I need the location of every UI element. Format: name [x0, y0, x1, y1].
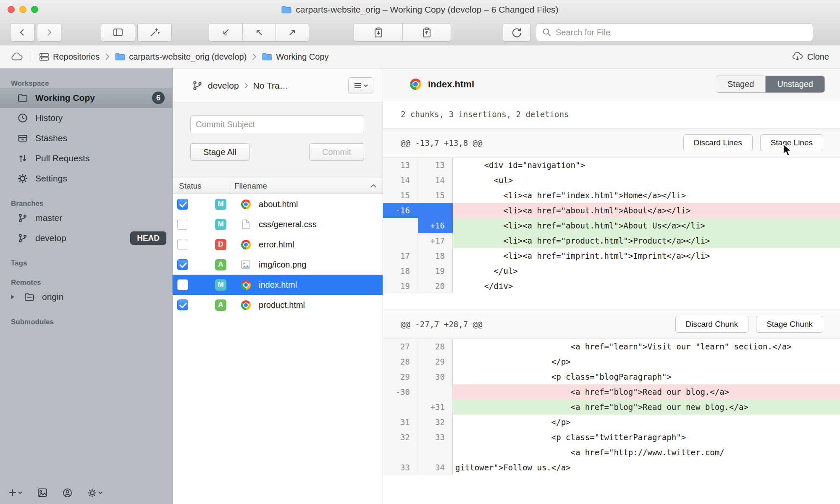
diff-line[interactable]: 1313 <div id="navigation">	[383, 158, 840, 173]
file-checkbox[interactable]	[177, 279, 188, 290]
file-search-field[interactable]	[536, 24, 813, 41]
stash-apply-button[interactable]	[402, 24, 451, 41]
close-window-button[interactable]	[8, 6, 15, 13]
clone-button[interactable]: Clone	[792, 52, 829, 62]
diff-line-addition[interactable]: +17 <li><a href="product.html">Product</…	[383, 233, 840, 248]
stage-lines-button[interactable]: Stage Lines	[760, 134, 823, 151]
old-line-number[interactable]	[383, 445, 418, 460]
file-checkbox[interactable]	[177, 259, 188, 270]
staged-tab[interactable]: Staged	[716, 76, 766, 92]
new-line-number[interactable]: 34	[418, 460, 453, 475]
stash-save-button[interactable]	[354, 24, 402, 41]
new-line-number[interactable]: 15	[418, 188, 453, 203]
file-row[interactable]: M about.html	[173, 194, 383, 214]
file-row[interactable]: A product.html	[173, 295, 383, 315]
file-checkbox[interactable]	[177, 219, 188, 230]
refresh-button[interactable]	[503, 23, 530, 42]
new-line-number[interactable]: +16	[418, 218, 453, 233]
discard-chunk-button[interactable]: Discard Chunk	[675, 316, 749, 333]
panel-layout-button[interactable]	[101, 23, 135, 42]
new-line-number[interactable]: 28	[418, 339, 453, 354]
new-line-number[interactable]: 18	[418, 248, 453, 263]
new-line-number[interactable]: 30	[418, 369, 453, 384]
search-input[interactable]	[556, 28, 807, 37]
sidebar-item-remote-origin[interactable]: origin	[0, 287, 172, 307]
file-checkbox[interactable]	[177, 199, 188, 210]
old-line-number[interactable]: 29	[383, 369, 418, 384]
new-line-number[interactable]: +17	[418, 233, 453, 248]
file-checkbox[interactable]	[177, 299, 188, 310]
stage-chunk-button[interactable]: Stage Chunk	[756, 316, 823, 333]
file-checkbox[interactable]	[177, 239, 188, 250]
diff-line[interactable]: 2930 <p class="blogParagraph">	[383, 369, 840, 384]
old-line-number[interactable]: 17	[383, 248, 418, 263]
unstaged-tab[interactable]: Unstaged	[766, 76, 824, 92]
zoom-window-button[interactable]	[31, 6, 38, 13]
minimize-window-button[interactable]	[19, 6, 26, 13]
old-line-number[interactable]: 15	[383, 188, 418, 203]
file-row[interactable]: M css/general.css	[173, 214, 383, 234]
quicklook-image-button[interactable]	[37, 488, 47, 497]
diff-line-addition-selected[interactable]: +16 <li><a href="about.html">About Us</a…	[383, 218, 840, 233]
diff-line[interactable]: 1718 <li><a href="imprint.html">Imprint<…	[383, 248, 840, 263]
diff-line[interactable]: 2829 </p>	[383, 354, 840, 369]
old-line-number[interactable]: -30	[383, 384, 418, 399]
diff-line[interactable]: 1920 </div>	[383, 278, 840, 294]
disclosure-triangle-icon[interactable]	[8, 294, 17, 299]
old-line-number[interactable]: 14	[383, 173, 418, 188]
new-line-number[interactable]: 32	[418, 415, 453, 430]
breadcrumb-working-copy[interactable]: Working Copy	[262, 52, 328, 62]
new-line-number[interactable]: 19	[418, 263, 453, 278]
back-button[interactable]	[10, 23, 34, 42]
add-button[interactable]	[8, 488, 22, 497]
sidebar-item-branch-develop[interactable]: develop HEAD	[0, 228, 172, 248]
new-line-number[interactable]: 33	[418, 430, 453, 445]
file-row[interactable]: D error.html	[173, 234, 383, 255]
breadcrumb-repo[interactable]: carparts-website_orig (develop)	[115, 52, 247, 62]
pull-button[interactable]	[242, 24, 276, 41]
filename-column-header[interactable]: Filename	[229, 181, 267, 191]
new-line-number[interactable]	[418, 203, 453, 218]
file-row-selected[interactable]: M index.html	[173, 275, 383, 295]
list-options-button[interactable]	[348, 77, 373, 94]
commit-button[interactable]: Commit	[309, 143, 364, 161]
new-line-number[interactable]: +31	[418, 399, 453, 415]
diff-line[interactable]: 2728 <a href="learn">Visit our "learn" s…	[383, 339, 840, 354]
forward-button[interactable]	[37, 23, 61, 42]
new-line-number[interactable]: 20	[418, 278, 453, 294]
diff-line[interactable]: 3132 </p>	[383, 415, 840, 430]
sidebar-item-stashes[interactable]: Stashes	[0, 128, 172, 148]
old-line-number[interactable]: 19	[383, 278, 418, 294]
stage-all-button[interactable]: Stage All	[190, 143, 249, 161]
diff-line[interactable]: 3334gittower">Follow us.</a>	[383, 460, 840, 475]
old-line-number[interactable]: 27	[383, 339, 418, 354]
push-button[interactable]	[276, 24, 309, 41]
old-line-number[interactable]: 31	[383, 415, 418, 430]
diff-line-deletion[interactable]: -30 <a href="blog">Read our blog.</a>	[383, 384, 840, 399]
new-line-number[interactable]: 13	[418, 158, 453, 173]
new-line-number[interactable]	[418, 445, 453, 460]
old-line-number[interactable]: 13	[383, 158, 418, 173]
file-row[interactable]: A img/icon.png	[173, 255, 383, 275]
account-badge-button[interactable]	[63, 488, 72, 498]
old-line-number[interactable]: 18	[383, 263, 418, 278]
new-line-number[interactable]: 29	[418, 354, 453, 369]
old-line-number[interactable]	[383, 399, 418, 415]
new-line-number[interactable]	[418, 384, 453, 399]
old-line-number[interactable]	[383, 233, 418, 248]
sidebar-item-history[interactable]: History	[0, 108, 172, 128]
new-line-number[interactable]: 14	[418, 173, 453, 188]
diff-line[interactable]: 1819 </ul>	[383, 263, 840, 278]
diff-line[interactable]: 1515 <li><a href="index.html">Home</a></…	[383, 188, 840, 203]
diff-line-addition[interactable]: +31 <a href="blog">Read our new blog.</a…	[383, 399, 840, 415]
diff-line[interactable]: 3233 <p class="twitterParagraph">	[383, 430, 840, 445]
fetch-button[interactable]	[209, 24, 242, 41]
diff-line[interactable]: 1414 <ul>	[383, 173, 840, 188]
sidebar-item-pull-requests[interactable]: Pull Requests	[0, 148, 172, 168]
sort-chevron-up-icon[interactable]	[370, 184, 377, 188]
old-line-number[interactable]: 33	[383, 460, 418, 475]
sidebar-item-working-copy[interactable]: Working Copy 6	[0, 88, 172, 108]
old-line-number[interactable]: -16	[383, 203, 418, 218]
old-line-number[interactable]: 32	[383, 430, 418, 445]
sidebar-item-settings[interactable]: Settings	[0, 168, 172, 189]
